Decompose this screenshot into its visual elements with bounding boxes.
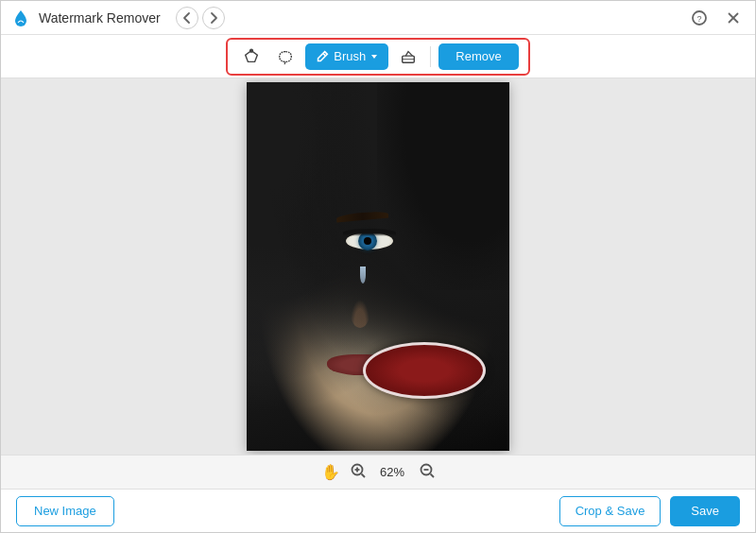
app-title: Watermark Remover xyxy=(39,10,161,26)
save-button[interactable]: Save xyxy=(670,496,740,526)
canvas-area[interactable] xyxy=(1,78,755,455)
app-logo-icon xyxy=(10,8,31,28)
image-container xyxy=(247,82,509,451)
svg-marker-7 xyxy=(371,55,377,59)
toolbar-divider xyxy=(430,46,431,67)
toolbar-inner: Brush Remove xyxy=(226,38,529,76)
eye-pupil xyxy=(364,237,371,245)
back-button[interactable] xyxy=(176,7,198,29)
crop-save-label: Crop & Save xyxy=(576,504,645,518)
action-bar: New Image Crop & Save Save xyxy=(1,489,755,532)
help-button[interactable]: ? xyxy=(687,6,712,30)
zoom-level: 62% xyxy=(376,465,409,479)
titlebar-right: ? xyxy=(687,6,746,30)
zoom-out-icon[interactable] xyxy=(419,462,436,483)
zoom-in-icon[interactable] xyxy=(350,462,367,483)
remove-label: Remove xyxy=(455,49,501,63)
save-label: Save xyxy=(691,504,719,518)
portrait-image xyxy=(247,82,509,451)
brush-selection-oval xyxy=(363,342,486,399)
forward-button[interactable] xyxy=(202,7,225,29)
hair-overlay-right xyxy=(377,82,509,290)
titlebar: Watermark Remover ? xyxy=(1,1,755,35)
lasso-select-button[interactable] xyxy=(271,43,300,70)
crop-save-button[interactable]: Crop & Save xyxy=(559,496,662,526)
eye xyxy=(341,229,398,252)
toolbar: Brush Remove xyxy=(1,35,755,78)
tear xyxy=(360,266,366,284)
eye-lashes xyxy=(343,229,396,236)
svg-point-5 xyxy=(250,49,253,52)
hair-overlay-left xyxy=(247,82,322,233)
new-image-button[interactable]: New Image xyxy=(16,496,114,526)
right-buttons: Crop & Save Save xyxy=(559,496,740,526)
titlebar-nav xyxy=(176,7,225,29)
eraser-button[interactable] xyxy=(394,43,422,70)
polygon-select-button[interactable] xyxy=(237,43,266,70)
svg-text:?: ? xyxy=(697,14,702,24)
new-image-label: New Image xyxy=(34,504,96,518)
zoom-bar: ✋ 62% xyxy=(1,455,755,489)
close-button[interactable] xyxy=(721,6,746,30)
titlebar-left: Watermark Remover xyxy=(10,7,225,29)
svg-line-11 xyxy=(361,473,365,477)
brush-button[interactable]: Brush xyxy=(305,43,388,70)
remove-button[interactable]: Remove xyxy=(438,43,518,70)
brush-label: Brush xyxy=(334,49,366,63)
svg-line-15 xyxy=(430,473,434,477)
nose xyxy=(351,300,369,328)
svg-line-6 xyxy=(323,53,326,56)
hand-tool-icon[interactable]: ✋ xyxy=(321,463,340,481)
eyebrow xyxy=(336,211,388,223)
